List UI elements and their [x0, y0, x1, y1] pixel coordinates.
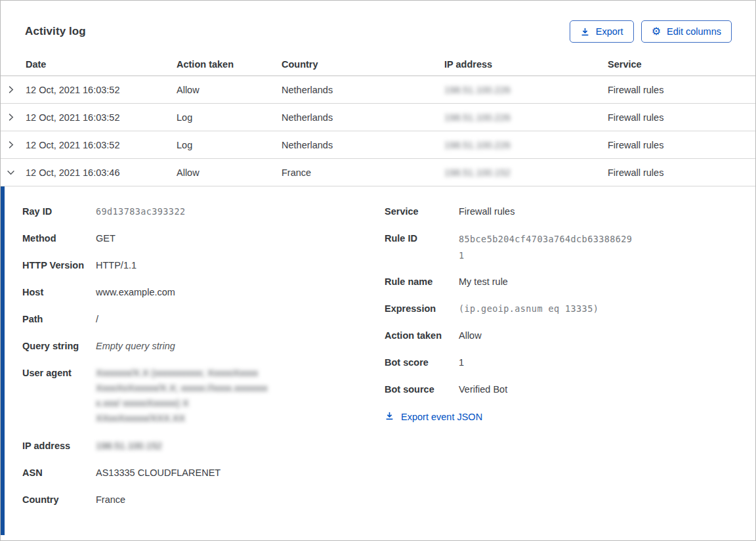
expression-value: (ip.geoip.asnum eq 13335)	[459, 301, 598, 316]
col-header-ip-address: IP address	[444, 59, 608, 76]
detail-row-ray-id: Ray ID 69d13783ac393322	[22, 204, 360, 219]
download-icon	[385, 411, 394, 423]
detail-right-column: Service Firewall rules Rule ID 85bce5b20…	[385, 204, 742, 423]
row-service: Firewall rules	[608, 140, 755, 150]
service-value: Firewall rules	[459, 204, 514, 219]
row-service: Firewall rules	[608, 112, 755, 123]
table-header: Date Action taken Country IP address Ser…	[1, 43, 755, 76]
row-action: Allow	[177, 85, 282, 95]
detail-left-column: Ray ID 69d13783ac393322 Method GET HTTP …	[22, 204, 360, 519]
page-header: Activity log Export ⚙ Edit columns	[1, 1, 755, 43]
row-date: 12 Oct, 2021 16:03:52	[26, 85, 177, 95]
action-taken-value: Allow	[459, 328, 482, 343]
table-row[interactable]: 12 Oct, 2021 16:03:52 Log Netherlands 19…	[1, 131, 755, 159]
activity-log-page: Activity log Export ⚙ Edit columns Date …	[0, 0, 756, 541]
asn-value: AS13335 CLOUDFLARENET	[96, 465, 220, 480]
export-button[interactable]: Export	[570, 20, 634, 43]
detail-row-country: Country France	[22, 492, 360, 507]
event-detail-panel: Ray ID 69d13783ac393322 Method GET HTTP …	[1, 186, 755, 535]
user-agent-value-redacted: Xxxxxxx/X.X (xxxxxxxxxx; XxxxxXxxxx Xxxx…	[96, 366, 268, 426]
detail-row-expression: Expression (ip.geoip.asnum eq 13335)	[385, 301, 742, 316]
row-action: Log	[177, 140, 282, 150]
detail-row-asn: ASN AS13335 CLOUDFLARENET	[22, 465, 360, 480]
detail-row-host: Host www.example.com	[22, 285, 360, 299]
edit-columns-button-label: Edit columns	[667, 26, 721, 37]
detail-row-service: Service Firewall rules	[385, 204, 742, 219]
method-value: GET	[96, 231, 116, 246]
detail-row-query-string: Query string Empty query string	[22, 339, 360, 353]
row-action: Log	[177, 112, 282, 123]
http-version-value: HTTP/1.1	[96, 258, 136, 272]
rule-name-value: My test rule	[459, 274, 508, 289]
chevron-right-icon[interactable]	[1, 85, 26, 95]
detail-row-method: Method GET	[22, 231, 360, 246]
download-icon	[580, 27, 590, 37]
chevron-right-icon[interactable]	[1, 112, 26, 122]
bot-source-value: Verified Bot	[459, 382, 507, 397]
row-country: Netherlands	[282, 112, 444, 123]
row-date: 12 Oct, 2021 16:03:52	[26, 112, 177, 123]
detail-row-bot-source: Bot source Verified Bot	[385, 382, 742, 397]
row-service: Firewall rules	[608, 167, 755, 178]
col-header-action-taken: Action taken	[177, 59, 282, 76]
table-row[interactable]: 12 Oct, 2021 16:03:52 Log Netherlands 19…	[1, 104, 755, 131]
rule-id-value: 85bce5b204cf4703a764dcb633886291	[459, 231, 637, 264]
detail-row-http-version: HTTP Version HTTP/1.1	[22, 258, 360, 272]
col-header-country: Country	[282, 59, 444, 76]
detail-row-ip-address: IP address 198.51.100.152	[22, 439, 360, 453]
row-ip-redacted: 198.51.100.226	[444, 85, 511, 95]
gear-icon: ⚙	[652, 26, 661, 37]
chevron-down-icon[interactable]	[1, 167, 26, 177]
col-header-date: Date	[26, 59, 177, 76]
detail-row-rule-name: Rule name My test rule	[385, 274, 742, 289]
query-string-value: Empty query string	[96, 339, 175, 353]
detail-row-rule-id: Rule ID 85bce5b204cf4703a764dcb633886291	[385, 231, 742, 264]
export-event-json-link[interactable]: Export event JSON	[385, 411, 742, 423]
detail-row-bot-score: Bot score 1	[385, 355, 742, 370]
country-value: France	[96, 492, 125, 507]
ray-id-value: 69d13783ac393322	[96, 204, 185, 219]
row-date: 12 Oct, 2021 16:03:52	[26, 140, 177, 150]
row-ip-redacted: 198.51.100.152	[444, 167, 511, 178]
path-value: /	[96, 312, 98, 326]
ip-address-value-redacted: 198.51.100.152	[96, 439, 162, 453]
row-country: Netherlands	[282, 85, 444, 95]
table-row[interactable]: 12 Oct, 2021 16:03:52 Allow Netherlands …	[1, 76, 755, 104]
export-button-label: Export	[596, 26, 623, 37]
toolbar: Export ⚙ Edit columns	[570, 20, 732, 43]
row-country: France	[282, 167, 444, 178]
row-ip-redacted: 198.51.100.226	[444, 140, 511, 150]
page-title: Activity log	[25, 25, 86, 38]
detail-row-action-taken: Action taken Allow	[385, 328, 742, 343]
export-event-json-label: Export event JSON	[401, 412, 482, 422]
detail-row-user-agent: User agent Xxxxxxx/X.X (xxxxxxxxxx; Xxxx…	[22, 366, 360, 426]
row-service: Firewall rules	[608, 85, 755, 95]
row-date: 12 Oct, 2021 16:03:46	[26, 167, 177, 178]
row-action: Allow	[177, 167, 282, 178]
bot-score-value: 1	[459, 355, 464, 370]
edit-columns-button[interactable]: ⚙ Edit columns	[641, 20, 732, 43]
table-header-spacer	[1, 59, 26, 76]
chevron-right-icon[interactable]	[1, 140, 26, 150]
row-country: Netherlands	[282, 140, 444, 150]
row-ip-redacted: 198.51.100.226	[444, 112, 511, 123]
host-value: www.example.com	[96, 285, 175, 299]
col-header-service: Service	[608, 59, 755, 76]
detail-row-path: Path /	[22, 312, 360, 326]
table-row-expanded[interactable]: 12 Oct, 2021 16:03:46 Allow France 198.5…	[1, 159, 755, 186]
